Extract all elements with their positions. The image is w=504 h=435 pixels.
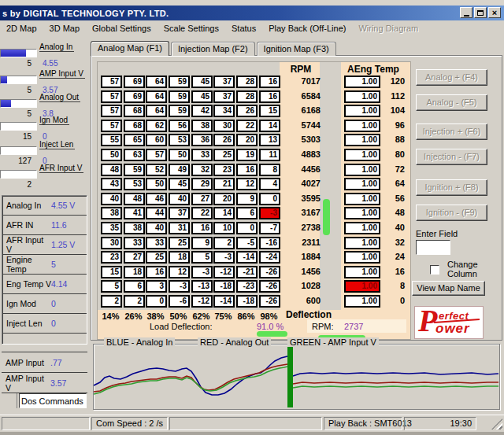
map-cell[interactable]: 27 <box>124 251 145 264</box>
map-cell[interactable]: 31 <box>169 222 190 234</box>
map-cell[interactable]: 16 <box>146 266 167 278</box>
map-cell[interactable]: 36 <box>191 134 213 146</box>
map-cell[interactable]: 20 <box>236 134 258 146</box>
map-cell[interactable]: 45 <box>169 178 190 190</box>
map-cell[interactable]: 50 <box>101 149 122 161</box>
map-cell[interactable]: 14 <box>259 120 280 132</box>
map-cell[interactable]: 22 <box>191 207 213 219</box>
map-cell[interactable]: -12 <box>213 266 235 278</box>
map-cell[interactable]: 59 <box>169 105 190 117</box>
map-cell[interactable]: 57 <box>101 90 122 103</box>
map-cell[interactable]: 11 <box>259 149 280 161</box>
map-cell[interactable]: 50 <box>169 149 190 161</box>
tab-analog-map-f1-[interactable]: Analog Map (F1) <box>91 41 169 56</box>
aeng-factor-cell[interactable]: 1.00 <box>344 105 380 117</box>
map-cell[interactable]: 50 <box>146 178 167 190</box>
aeng-factor-cell[interactable]: 1.00 <box>344 280 380 293</box>
map-cell[interactable]: 18 <box>169 251 190 264</box>
aeng-factor-cell[interactable]: 1.00 <box>344 134 380 146</box>
map-cell[interactable]: 2 <box>124 295 145 308</box>
side-button-ignition-f9-[interactable]: Ignition - (F9) <box>416 205 487 221</box>
monitor-row[interactable]: AFR IN11.6 <box>2 216 87 235</box>
map-cell[interactable]: 4 <box>259 178 280 190</box>
map-cell[interactable]: 63 <box>124 149 145 161</box>
map-cell[interactable]: -6 <box>169 295 190 308</box>
monitor-row[interactable]: Analog In4.55 V <box>2 196 87 216</box>
map-cell[interactable]: 38 <box>191 120 213 132</box>
side-button-injection-f6-[interactable]: Injection + (F6) <box>416 123 487 140</box>
map-cell[interactable]: 57 <box>101 120 122 132</box>
map-cell[interactable]: -5 <box>236 237 258 249</box>
map-cell[interactable]: 15 <box>259 105 280 117</box>
map-cell[interactable]: 26 <box>213 134 235 146</box>
map-cell[interactable]: 15 <box>101 266 122 278</box>
map-cell[interactable]: -26 <box>259 266 280 278</box>
map-cell[interactable]: 9 <box>191 237 213 249</box>
map-cell[interactable]: 18 <box>124 266 145 278</box>
map-cell[interactable]: 45 <box>191 90 213 103</box>
map-cell[interactable]: -14 <box>236 251 258 264</box>
map-cell[interactable]: 57 <box>146 149 167 161</box>
map-cell[interactable]: 48 <box>124 193 145 205</box>
map-cell[interactable]: 6 <box>124 280 145 293</box>
aeng-factor-cell[interactable]: 1.00 <box>344 207 380 219</box>
map-cell[interactable]: 16 <box>236 164 258 176</box>
map-cell[interactable]: 10 <box>213 222 235 234</box>
map-cell[interactable]: 23 <box>101 251 122 264</box>
map-cell[interactable]: -3 <box>213 251 235 264</box>
aeng-factor-cell[interactable]: 1.00 <box>344 295 380 308</box>
map-cell[interactable]: 13 <box>259 134 280 146</box>
amp-row[interactable]: AMP Input V3.57 <box>2 373 87 393</box>
map-cell[interactable]: 49 <box>169 164 190 176</box>
map-cell[interactable]: 29 <box>191 178 213 190</box>
map-cell[interactable]: 48 <box>101 164 122 176</box>
map-cell[interactable]: 33 <box>191 149 213 161</box>
map-cell[interactable]: 53 <box>169 134 190 146</box>
tab-ignition-map-f3-[interactable]: Ignition Map (F3) <box>257 42 336 56</box>
map-cell[interactable]: 5 <box>191 251 213 264</box>
map-cell[interactable]: 38 <box>101 207 122 219</box>
map-cell[interactable]: 26 <box>236 105 258 117</box>
monitor-row[interactable]: Engine Temp5 <box>2 255 87 275</box>
map-cell[interactable]: 0 <box>146 295 167 308</box>
map-cell[interactable]: 9 <box>236 193 258 205</box>
aeng-factor-cell[interactable]: 1.00 <box>344 193 380 205</box>
map-cell[interactable]: 59 <box>169 90 190 103</box>
close-button[interactable]: × <box>488 7 501 18</box>
map-cell[interactable]: 34 <box>213 105 235 117</box>
side-button-analog-f5-[interactable]: Analog - (F5) <box>416 94 487 111</box>
aeng-factor-cell[interactable]: 1.00 <box>344 164 380 176</box>
view-map-name-button[interactable]: View Map Name <box>412 281 485 296</box>
map-cell[interactable]: 25 <box>146 251 167 264</box>
monitor-row[interactable]: Inject Len0 <box>2 314 87 334</box>
map-cell[interactable]: 22 <box>236 120 258 132</box>
map-cell[interactable]: 69 <box>124 76 145 88</box>
side-button-injection-f7-[interactable]: Injection - (F7) <box>416 149 487 165</box>
map-cell[interactable]: 19 <box>236 149 258 161</box>
map-cell[interactable]: 64 <box>146 76 167 88</box>
map-cell[interactable]: 68 <box>124 120 145 132</box>
menu-item-3d-map[interactable]: 3D Map <box>43 22 87 35</box>
menu-item-global-settings[interactable]: Global Settings <box>86 22 158 35</box>
map-cell[interactable]: 35 <box>101 222 122 234</box>
map-cell[interactable]: 52 <box>146 164 167 176</box>
map-cell[interactable]: 27 <box>191 193 213 205</box>
menu-item-2d-map[interactable]: 2D Map <box>0 22 43 35</box>
minimize-button[interactable] <box>460 7 472 18</box>
menu-item-status[interactable]: Status <box>225 22 262 35</box>
map-cell[interactable]: 8 <box>259 164 280 176</box>
map-cell[interactable]: 21 <box>213 178 235 190</box>
title-bar[interactable]: s by DIGITAL TECHNOLOGY PTY. LTD. × <box>0 6 504 20</box>
map-cell[interactable]: 64 <box>146 105 167 117</box>
map-cell[interactable]: -26 <box>259 295 280 308</box>
map-cell[interactable]: 40 <box>101 193 122 205</box>
resize-grip[interactable] <box>491 418 502 429</box>
map-cell[interactable]: 12 <box>236 178 258 190</box>
map-cell[interactable]: 68 <box>124 105 145 117</box>
side-button-analog-f4-[interactable]: Analog + (F4) <box>416 69 487 86</box>
map-cell[interactable]: 5 <box>101 280 122 293</box>
aeng-factor-cell[interactable]: 1.00 <box>344 90 380 103</box>
map-cell[interactable]: -14 <box>213 295 235 308</box>
map-cell[interactable]: -3 <box>191 266 213 278</box>
map-cell[interactable]: 59 <box>124 164 145 176</box>
